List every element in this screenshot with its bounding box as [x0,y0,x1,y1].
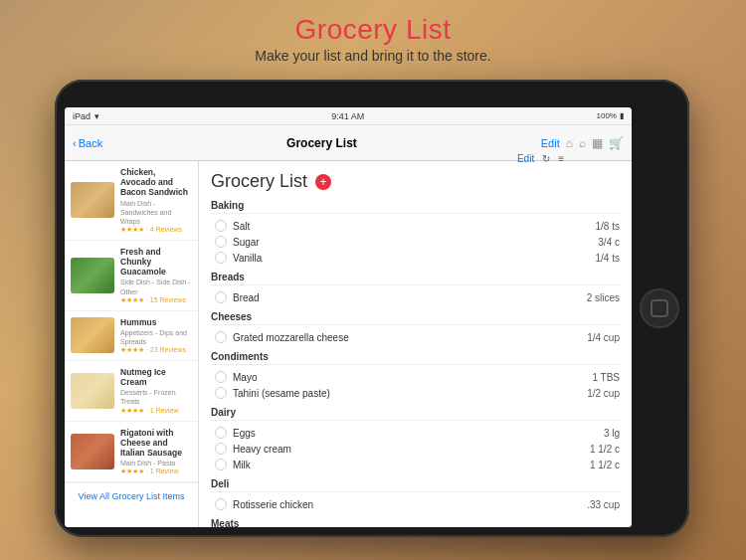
grocery-item-row: Bread 2 slices [211,289,620,305]
grocery-item-checkbox[interactable] [215,371,227,383]
wifi-icon: ▾ [94,111,99,121]
grocery-item-qty: 1 TBS [575,372,620,383]
refresh-icon[interactable]: ↻ [542,161,550,164]
recipe-thumbnail [71,317,114,353]
recipe-info: Chicken, Avocado and Bacon Sandwich Main… [120,167,192,234]
nav-icons: ⌂ ⌕ ▦ 🛒 [566,136,624,150]
ipad-frame: iPad ▾ 9:41 AM 100% ▮ ‹ Back Grocery Lis… [55,80,689,537]
grocery-item-checkbox[interactable] [215,252,227,264]
category-label: Baking [211,200,620,214]
grocery-item-row: Milk 1 1/2 c [211,457,620,472]
recipe-category: Desserts - Frozen Treats [120,388,192,406]
view-all-button[interactable]: View All Grocery List Items [65,482,198,509]
grocery-item-name: Mayo [233,372,569,383]
grocery-item-name: Heavy cream [233,444,569,455]
grocery-item-checkbox[interactable] [215,427,227,439]
ipad-screen: iPad ▾ 9:41 AM 100% ▮ ‹ Back Grocery Lis… [65,107,632,527]
grocery-item-checkbox[interactable] [215,498,227,510]
nav-title: Grocery List [108,136,535,150]
recipe-stars: ★★★★ · 1 Review [120,467,192,475]
device-label: iPad [73,111,91,121]
cart-nav-icon[interactable]: 🛒 [609,136,624,150]
recipe-stars: ★★★★ · 4 Reviews [120,226,192,234]
status-time: 9:41 AM [331,111,364,121]
category-label: Breads [211,272,620,285]
recipe-category: Main Dish - Pasta [120,459,192,467]
grocery-item-checkbox[interactable] [215,220,227,232]
grocery-header: Grocery List + [211,171,620,192]
grocery-item-qty: 2 slices [575,292,620,303]
grocery-item-checkbox[interactable] [215,443,227,455]
grocery-item-name: Rotisserie chicken [233,499,569,510]
recipe-name: Fresh and Chunky Guacamole [120,247,192,278]
grocery-item-name: Sugar [233,237,569,248]
home-button[interactable] [640,288,679,328]
recipe-info: Hummus Appetizers - Dips and Spreads ★★★… [120,317,192,354]
recipe-thumbnail [71,182,114,218]
recipe-thumbnail [71,434,114,469]
recipe-category: Side Dish - Side Dish - Other [120,278,192,295]
grocery-item-checkbox[interactable] [215,291,227,303]
grocery-item-name: Grated mozzarella cheese [233,332,569,343]
grocery-item-name: Vanilla [233,253,569,264]
grocery-category-section: Meats [211,518,620,527]
recipe-stars: ★★★★ · 15 Reviews [120,296,192,304]
recipe-name: Hummus [120,317,192,327]
grocery-item-checkbox[interactable] [215,459,227,470]
grocery-item-qty: 3 lg [575,428,620,439]
grocery-item-checkbox[interactable] [215,331,227,343]
grocery-panel: Edit ↻ ≡ Grocery List + Baking Salt 1/8 … [199,161,632,527]
recipe-category: Appetizers - Dips and Spreads [120,328,192,346]
grocery-item-row: Tahini (sesame paste) 1/2 cup [211,385,620,401]
recipe-list: Chicken, Avocado and Bacon Sandwich Main… [65,161,199,527]
grocery-item-checkbox[interactable] [215,236,227,248]
back-button[interactable]: ‹ Back [73,137,102,149]
grocery-item-qty: 1/8 ts [575,221,620,232]
search-nav-icon[interactable]: ⌕ [579,136,586,150]
status-left: iPad ▾ [73,111,99,121]
grocery-item-qty: 1 1/2 c [575,460,620,470]
grocery-item-qty: 3/4 c [575,237,620,248]
recipe-list-item[interactable]: Fresh and Chunky Guacamole Side Dish - S… [65,241,198,311]
menu-icon[interactable]: ≡ [558,161,564,164]
category-label: Meats [211,518,620,527]
right-edit-button[interactable]: Edit [517,161,534,164]
battery-label: 100% [597,111,617,120]
recipe-list-item[interactable]: Chicken, Avocado and Bacon Sandwich Main… [65,161,198,241]
recipe-stars: ★★★★ · 23 Reviews [120,346,192,354]
screen-content: Chicken, Avocado and Bacon Sandwich Main… [65,161,632,527]
category-label: Dairy [211,407,620,421]
recipe-list-item[interactable]: Nutmeg Ice Cream Desserts - Frozen Treat… [65,361,198,422]
grocery-item-name: Salt [233,221,569,232]
recipe-list-item[interactable]: Hummus Appetizers - Dips and Spreads ★★★… [65,311,198,361]
nav-edit-button[interactable]: Edit [541,137,560,149]
category-label: Condiments [211,351,620,365]
grocery-item-qty: 1/4 cup [575,332,620,343]
grocery-item-qty: 1/2 cup [575,388,620,399]
status-right: 100% ▮ [597,111,624,120]
grocery-item-name: Milk [233,460,569,470]
page-title: Grocery List [0,14,746,46]
grocery-category-section: Baking Salt 1/8 ts Sugar 3/4 c Vanilla 1… [211,200,620,266]
recipe-list-item[interactable]: Rigatoni with Cheese and Italian Sausage… [65,422,198,483]
grocery-item-qty: 1/4 ts [575,253,620,264]
back-label: Back [79,137,102,149]
grocery-item-name: Tahini (sesame paste) [233,388,569,399]
recipe-info: Rigatoni with Cheese and Italian Sausage… [120,428,192,476]
calendar-nav-icon[interactable]: ▦ [592,136,603,150]
grocery-item-row: Sugar 3/4 c [211,234,620,250]
grocery-category-section: Dairy Eggs 3 lg Heavy cream 1 1/2 c Milk… [211,407,620,472]
grocery-item-row: Salt 1/8 ts [211,218,620,234]
title-area: Grocery List Make your list and bring it… [0,14,746,64]
recipe-name: Nutmeg Ice Cream [120,367,192,387]
grocery-item-row: Grated mozzarella cheese 1/4 cup [211,329,620,345]
status-bar: iPad ▾ 9:41 AM 100% ▮ [65,107,632,125]
grocery-categories: Baking Salt 1/8 ts Sugar 3/4 c Vanilla 1… [211,200,620,527]
recipe-category: Main Dish - Sandwiches and Wraps [120,199,192,226]
back-chevron-icon: ‹ [73,137,77,149]
home-button-inner [651,299,668,317]
home-nav-icon[interactable]: ⌂ [566,136,573,150]
grocery-item-checkbox[interactable] [215,387,227,399]
grocery-item-name: Bread [233,292,569,303]
add-item-button[interactable]: + [315,174,331,190]
